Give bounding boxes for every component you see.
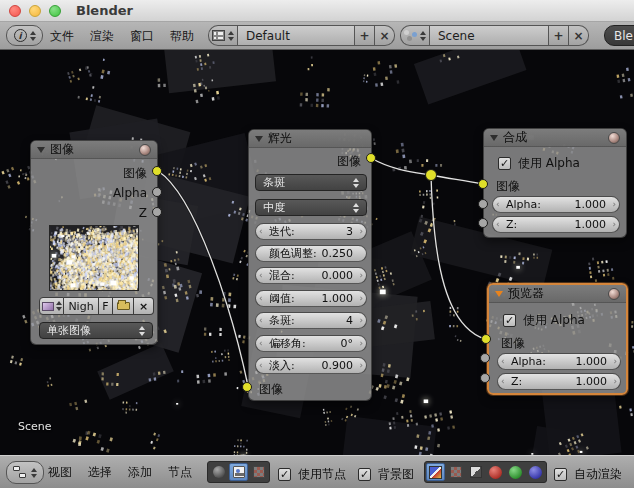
editor-type-selector[interactable]: i (6, 25, 43, 46)
glare-type-value: 条斑 (263, 175, 285, 190)
alpha-slider[interactable]: ‹Alpha: 1.000› (497, 353, 621, 370)
channel-alpha-button[interactable] (446, 463, 465, 481)
channel-green-button[interactable] (506, 463, 525, 481)
use-alpha-row: ✓ 使用 Alpha (503, 312, 585, 329)
tree-type-buttons (207, 461, 270, 483)
menu-add[interactable]: 添加 (120, 464, 160, 481)
image-node[interactable]: 图像 图像 Alpha Z Nigh F × 单张图像 (30, 140, 158, 345)
add-layout-button[interactable]: + (355, 25, 375, 46)
node-editor-icon (13, 466, 28, 479)
image-browse-button[interactable] (39, 297, 64, 315)
glare-node-title: 辉光 (268, 130, 292, 147)
image-node-title: 图像 (50, 141, 74, 158)
menu-window[interactable]: 窗口 (122, 28, 162, 45)
menu-node[interactable]: 节点 (160, 464, 200, 481)
texture-checker-icon (253, 466, 265, 478)
compositing-icon (233, 466, 245, 478)
iterations-slider[interactable]: ‹迭代: 3› (255, 223, 367, 240)
auto-render-checkbox[interactable]: ✓ (554, 468, 567, 481)
input-image-label: 图像 (491, 335, 626, 352)
glare-node[interactable]: 辉光 图像 条斑 中度 ‹迭代: 3› 颜色调整: 0.250 ‹混合: 0.0… (248, 129, 372, 401)
split-icon (470, 466, 482, 478)
chevron-updown-icon (228, 31, 234, 41)
top-menu-bar: 文件 渲染 窗口 帮助 (42, 22, 202, 50)
slider-label: Z: (511, 375, 522, 388)
open-image-button[interactable] (113, 297, 134, 315)
alpha-slider[interactable]: ‹Alpha: 1.000› (492, 196, 620, 213)
editor-type-selector[interactable] (6, 461, 44, 484)
compositing-nodes-button[interactable] (229, 463, 248, 481)
blue-channel-icon (529, 466, 542, 479)
render-engine-selector[interactable]: Ble (604, 25, 634, 46)
channel-color-alpha-button[interactable] (426, 463, 445, 481)
z-slider[interactable]: ‹Z: 1.000› (492, 216, 620, 233)
channel-blue-button[interactable] (526, 463, 545, 481)
screen-layout-browse-button[interactable] (208, 25, 237, 46)
texture-nodes-button[interactable] (249, 463, 268, 481)
screen-layout-selector: Default + × (208, 25, 395, 46)
backdrop-checkbox[interactable]: ✓ (358, 468, 371, 481)
node-editor-canvas[interactable]: Scene 图像 图像 Alpha Z Nigh F (0, 50, 634, 455)
composite-node-header[interactable]: 合成 (484, 129, 626, 147)
threshold-slider[interactable]: ‹阈值: 1.000› (255, 290, 367, 307)
collapse-triangle-icon[interactable] (255, 136, 263, 142)
menu-help[interactable]: 帮助 (162, 28, 202, 45)
unlink-image-button[interactable]: × (134, 297, 154, 315)
viewer-node[interactable]: 预览器 ✓ 使用 Alpha 图像 ‹Alpha: 1.000› ‹Z: 1.0… (487, 283, 628, 395)
titlebar: Blender (0, 0, 634, 22)
use-alpha-checkbox[interactable]: ✓ (503, 314, 516, 327)
add-scene-button[interactable]: + (549, 25, 569, 46)
slider-value: 1.000 (322, 292, 354, 305)
glare-node-header[interactable]: 辉光 (249, 130, 371, 148)
slider-value: 4 (346, 314, 353, 327)
composite-node[interactable]: 合成 ✓ 使用 Alpha 图像 ‹Alpha: 1.000› ‹Z: 1.00… (483, 128, 627, 238)
scene-selector: Scene + × (400, 25, 589, 46)
use-alpha-checkbox[interactable]: ✓ (498, 157, 511, 170)
channel-red-button[interactable] (486, 463, 505, 481)
delete-scene-button[interactable]: × (569, 25, 589, 46)
fake-user-button[interactable]: F (99, 297, 113, 315)
screen-layout-name-field[interactable]: Default (237, 25, 355, 46)
image-node-header[interactable]: 图像 (31, 141, 157, 159)
scene-browse-button[interactable] (400, 25, 429, 46)
viewer-node-header[interactable]: 预览器 (489, 285, 626, 303)
delete-layout-button[interactable]: × (375, 25, 395, 46)
glare-quality-dropdown[interactable]: 中度 (255, 199, 367, 216)
collapse-triangle-icon[interactable] (490, 135, 498, 141)
glare-type-dropdown[interactable]: 条斑 (255, 174, 367, 191)
menu-view[interactable]: 视图 (40, 464, 80, 481)
streaks-slider[interactable]: ‹条斑: 4› (255, 312, 367, 329)
use-nodes-checkbox[interactable]: ✓ (278, 468, 291, 481)
backdrop-channel-buttons (424, 461, 547, 483)
collapse-triangle-icon[interactable] (495, 291, 503, 297)
close-window-button[interactable] (9, 5, 21, 17)
collapse-triangle-icon[interactable] (37, 147, 45, 153)
chevron-updown-icon (420, 31, 426, 41)
scene-name-field[interactable]: Scene (429, 25, 549, 46)
preview-sphere-icon[interactable] (608, 288, 620, 300)
fade-slider[interactable]: ‹淡入: 0.900› (255, 357, 367, 374)
angle-offset-slider[interactable]: ‹偏移角: 0°› (255, 335, 367, 352)
shader-nodes-button[interactable] (209, 463, 228, 481)
minimize-window-button[interactable] (29, 5, 41, 17)
image-source-dropdown[interactable]: 单张图像 (39, 322, 153, 339)
z-slider[interactable]: ‹Z: 1.000› (497, 373, 621, 390)
mix-slider[interactable]: ‹混合: 0.000› (255, 267, 367, 284)
menu-select[interactable]: 选择 (80, 464, 120, 481)
slider-label: Alpha: (506, 198, 541, 211)
slider-label: 颜色调整: (269, 246, 317, 261)
screen-layout-icon (212, 30, 225, 41)
auto-render-row: ✓ 自动渲染 (554, 466, 622, 483)
chevron-updown-icon (353, 203, 359, 213)
backdrop-label: 背景图 (378, 466, 414, 483)
use-nodes-row: ✓ 使用节点 (278, 466, 346, 483)
preview-sphere-icon[interactable] (139, 144, 151, 156)
menu-file[interactable]: 文件 (42, 28, 82, 45)
preview-sphere-icon[interactable] (608, 132, 620, 144)
channel-split-button[interactable] (466, 463, 485, 481)
chevron-updown-icon (56, 301, 62, 311)
color-modulation-slider[interactable]: 颜色调整: 0.250 (255, 245, 367, 262)
menu-render[interactable]: 渲染 (82, 28, 122, 45)
zoom-window-button[interactable] (49, 5, 61, 17)
image-name-field[interactable]: Nigh (64, 297, 99, 315)
